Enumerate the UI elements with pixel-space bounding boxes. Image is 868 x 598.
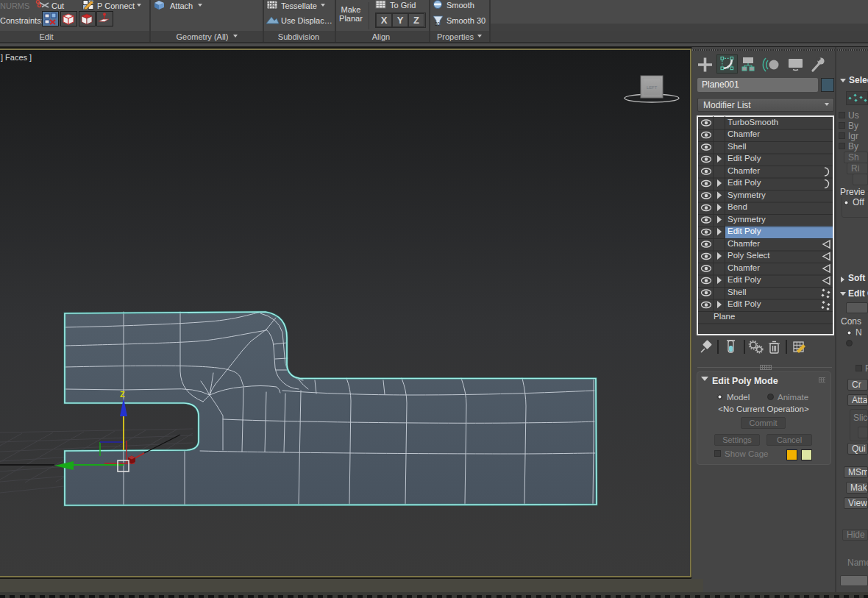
svg-text:LEFT: LEFT — [647, 85, 658, 90]
svg-text:30: 30 — [435, 21, 441, 26]
svg-text:Z: Z — [120, 390, 125, 399]
